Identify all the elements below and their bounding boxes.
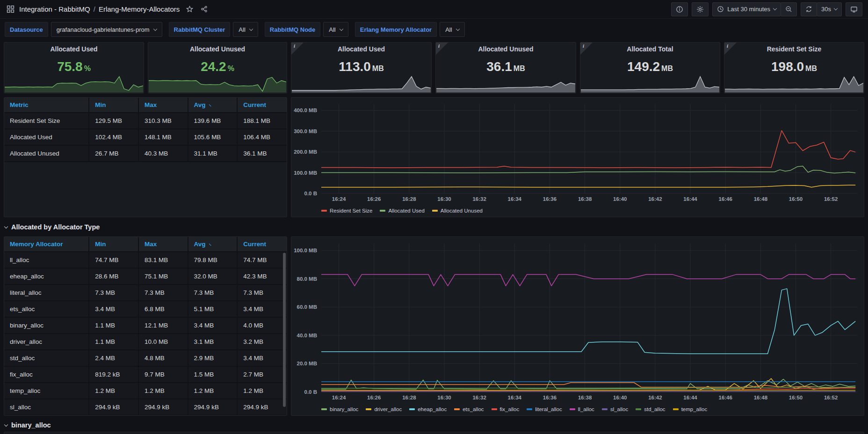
chevron-down-icon xyxy=(4,423,8,427)
chevron-down-icon xyxy=(249,27,253,30)
legend-item[interactable]: fix_alloc xyxy=(492,406,520,412)
panel-title[interactable]: Allocated Used xyxy=(338,45,385,53)
table-cell: 188.1 MB xyxy=(237,113,287,129)
legend-item[interactable]: sl_alloc xyxy=(602,406,628,412)
refresh-interval-picker[interactable]: 30s xyxy=(817,2,842,16)
table-row: Resident Set Size129.5 MB310.3 MB139.6 M… xyxy=(4,113,287,129)
breadcrumb-dashboard[interactable]: Integration - RabbitMQ xyxy=(19,5,90,13)
time-zoom-out-button[interactable] xyxy=(781,2,797,16)
svg-text:16:44: 16:44 xyxy=(683,196,697,202)
legend-label: binary_alloc xyxy=(330,406,358,412)
table-row: binary_alloc1.1 MB12.1 MB3.4 MB4.0 MB xyxy=(4,317,287,334)
table-cell: 129.5 MB xyxy=(89,113,138,129)
table-cell: 32.0 MB xyxy=(188,268,238,285)
svg-text:40.0 MB: 40.0 MB xyxy=(297,333,317,338)
timeseries-plot[interactable]: 0.0 B20.0 MB40.0 MB60.0 MB80.0 MB100.0 M… xyxy=(291,237,864,403)
breadcrumb-page[interactable]: Erlang-Memory-Allocators xyxy=(99,5,180,13)
panel-info-corner-icon[interactable]: i xyxy=(580,43,593,55)
panel-info-corner-icon[interactable]: i xyxy=(291,43,304,55)
column-header[interactable]: Current xyxy=(237,237,287,252)
stat-panel-allocated-unused-pct: Allocated Unused 24.2% xyxy=(148,42,287,93)
row-header-allocated-by-allocator-type[interactable]: Allocated by Allocator Type xyxy=(5,223,100,231)
column-header[interactable]: Max xyxy=(138,98,188,113)
chart-legend: binary_allocdriver_alloceheap_allocets_a… xyxy=(291,403,864,415)
table-cell: Allocated Unused xyxy=(4,145,89,162)
legend-label: driver_alloc xyxy=(374,406,402,412)
panel-title[interactable]: Resident Set Size xyxy=(767,45,822,53)
legend-item[interactable]: binary_alloc xyxy=(321,406,358,412)
legend-item[interactable]: eheap_alloc xyxy=(409,406,447,412)
cycle-view-mode-button[interactable] xyxy=(846,2,862,16)
column-header[interactable]: Memory Allocator xyxy=(4,237,89,252)
column-header[interactable]: Max xyxy=(138,237,188,252)
info-circle-icon xyxy=(676,6,683,13)
legend-item[interactable]: ll_alloc xyxy=(570,406,594,412)
next-panel-row-edge xyxy=(4,432,864,434)
chevron-down-icon xyxy=(456,27,459,30)
panel-title[interactable]: Allocated Used xyxy=(50,45,97,53)
svg-text:16:30: 16:30 xyxy=(437,395,451,400)
legend-swatch xyxy=(432,210,438,212)
svg-text:16:38: 16:38 xyxy=(578,395,592,400)
panel-info-corner-icon[interactable]: i xyxy=(436,43,448,55)
share-icon[interactable] xyxy=(201,6,208,13)
legend-swatch xyxy=(673,408,679,410)
panel-info-corner-icon[interactable]: i xyxy=(724,43,737,55)
stat-value: 149.2MB xyxy=(627,60,673,73)
chevron-down-icon xyxy=(340,27,343,30)
dashboard-settings-button[interactable] xyxy=(692,2,709,16)
table-cell: 294.9 kB xyxy=(237,399,287,415)
breadcrumb-separator: / xyxy=(94,5,95,13)
refresh-button[interactable] xyxy=(801,2,817,16)
panel-title[interactable]: Allocated Unused xyxy=(478,45,533,53)
svg-text:16:26: 16:26 xyxy=(367,395,381,400)
apps-menu-icon[interactable] xyxy=(7,5,14,13)
legend-item[interactable]: Allocated Unused xyxy=(432,208,483,213)
table-cell: 83.1 MB xyxy=(138,252,188,268)
breadcrumb: Integration - RabbitMQ / Erlang-Memory-A… xyxy=(19,5,180,13)
variables-row: Datasource grafanacloud-gabrielantunes-p… xyxy=(5,21,465,37)
rabbitmq-node-picker[interactable]: All xyxy=(323,22,348,37)
row-header-binary-alloc[interactable]: binary_alloc xyxy=(5,421,51,429)
erlang-memory-allocator-picker[interactable]: All xyxy=(440,22,464,37)
datasource-picker[interactable]: grafanacloud-gabrielantunes-prom xyxy=(51,22,162,37)
legend-item[interactable]: Allocated Used xyxy=(380,208,424,213)
legend-item[interactable]: driver_alloc xyxy=(366,406,402,412)
svg-text:0.0 B: 0.0 B xyxy=(304,191,318,196)
column-header[interactable]: Metric xyxy=(4,98,89,113)
legend-label: eheap_alloc xyxy=(418,406,447,412)
svg-text:16:52: 16:52 xyxy=(824,395,838,400)
legend-item[interactable]: literal_alloc xyxy=(527,406,562,412)
svg-text:16:50: 16:50 xyxy=(789,196,803,202)
column-header[interactable]: Min xyxy=(89,237,138,252)
legend-item[interactable]: std_alloc xyxy=(636,406,665,412)
star-icon[interactable] xyxy=(186,6,193,13)
dashboard-insights-button[interactable] xyxy=(671,2,688,16)
monitor-icon xyxy=(850,6,858,13)
legend-item[interactable]: temp_alloc xyxy=(673,406,708,412)
column-header[interactable]: Avg xyxy=(188,237,238,252)
gear-icon xyxy=(696,6,704,13)
panel-title[interactable]: Allocated Unused xyxy=(190,45,245,53)
table-scrollbar[interactable] xyxy=(283,253,286,407)
legend-item[interactable]: Resident Set Size xyxy=(321,208,372,213)
panel-title[interactable]: Allocated Total xyxy=(627,45,673,53)
column-header[interactable]: Avg xyxy=(188,98,238,113)
top-nav: Integration - RabbitMQ / Erlang-Memory-A… xyxy=(0,0,868,19)
table-cell: eheap_alloc xyxy=(4,268,89,285)
column-header[interactable]: Current xyxy=(237,98,287,113)
stat-panel-allocated-total: i Allocated Total 149.2MB xyxy=(580,42,720,93)
column-header[interactable]: Min xyxy=(89,98,138,113)
legend-item[interactable]: ets_alloc xyxy=(454,406,484,412)
table-cell: 1.2 MB xyxy=(237,383,287,399)
svg-text:16:42: 16:42 xyxy=(648,395,662,400)
timeseries-plot[interactable]: 0.0 B100.0 MB200.0 MB300.0 MB400.0 MB16:… xyxy=(291,98,864,205)
svg-text:16:36: 16:36 xyxy=(543,196,557,202)
legend-swatch xyxy=(570,408,575,410)
table-cell: 3.2 MB xyxy=(237,334,287,350)
time-range-picker[interactable]: Last 30 minutes xyxy=(712,2,781,16)
rabbitmq-cluster-picker[interactable]: All xyxy=(233,22,258,37)
allocator-table: Memory AllocatorMinMaxAvgCurrentll_alloc… xyxy=(4,237,287,416)
table-cell: 1.2 MB xyxy=(89,383,138,399)
svg-text:16:48: 16:48 xyxy=(754,196,768,202)
